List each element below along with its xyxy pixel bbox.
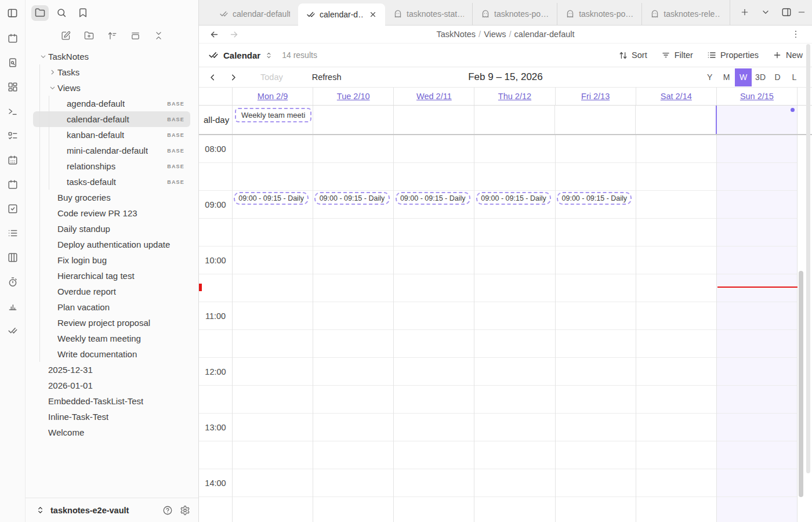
ribbon-double-check-icon[interactable] [5, 322, 21, 339]
close-icon[interactable] [369, 10, 377, 19]
back-button[interactable] [207, 27, 221, 41]
tree-file-2025-12-31[interactable]: 2025-12-31 [33, 362, 190, 378]
minimize-button[interactable] [794, 5, 809, 20]
calendar-view-l[interactable]: L [786, 68, 803, 86]
sort-button[interactable]: Sort [619, 50, 647, 60]
ribbon-layout-grid-icon[interactable] [5, 79, 21, 95]
calendar-scrollbar[interactable] [799, 271, 803, 497]
calendar-view-m[interactable]: M [718, 68, 735, 86]
breadcrumb-segment[interactable]: Views [484, 30, 506, 39]
tab-calendar-d-[interactable]: calendar-d… [298, 3, 385, 26]
all-day-event[interactable]: Weekly team meeti [235, 108, 311, 122]
sidebar-tab-bookmark-icon[interactable] [74, 5, 92, 21]
tree-folder-tasks[interactable]: Tasks [33, 64, 190, 80]
tree-file-embedded-tasklist-test[interactable]: Embedded-TaskList-Test [33, 393, 190, 409]
ribbon-timer-icon[interactable] [5, 274, 21, 290]
all-day-cell-today[interactable] [716, 106, 798, 134]
chevron-down-small-icon[interactable] [38, 52, 48, 61]
tree-file-weekly-team-meeting[interactable]: Weekly team meeting [33, 331, 190, 346]
tree-file-deploy-authentication-update[interactable]: Deploy authentication update [33, 237, 190, 252]
calendar-view-3d[interactable]: 3D [752, 68, 769, 86]
tree-file-mini-calendar-default[interactable]: mini-calendar-defaultBASE [33, 143, 190, 158]
tree-file-daily-standup[interactable]: Daily standup [33, 221, 190, 237]
gear-icon[interactable] [180, 505, 190, 516]
tree-file-write-documentation[interactable]: Write documentation [33, 346, 190, 362]
prev-week-button[interactable] [205, 70, 220, 85]
tab-tasknotes-rele-[interactable]: tasknotes-rele… [641, 3, 728, 25]
calendar-view-d[interactable]: D [769, 68, 786, 86]
breadcrumb-segment[interactable]: calendar-default [514, 30, 575, 39]
day-link-sun-2-15[interactable]: Sun 2/15 [740, 92, 774, 101]
sidebar-tab-search-icon[interactable] [53, 5, 70, 21]
tree-file-buy-groceries[interactable]: Buy groceries [33, 190, 190, 205]
plus-button[interactable] [737, 5, 752, 20]
tree-folder-views[interactable]: Views [33, 80, 190, 96]
ribbon-terminal-icon[interactable] [5, 103, 21, 119]
tree-file-agenda-default[interactable]: agenda-defaultBASE [33, 96, 190, 111]
ribbon-list-icon[interactable] [5, 225, 21, 241]
timed-event[interactable]: 09:00 - 09:15 - Daily [234, 192, 309, 205]
chevron-down-small-icon[interactable] [48, 83, 57, 93]
filter-button[interactable]: Filter [661, 50, 693, 60]
chevron-right-small-icon[interactable] [48, 67, 57, 77]
ribbon-columns-icon[interactable] [5, 249, 21, 266]
page-scrollbar[interactable] [806, 44, 810, 473]
new-folder-button[interactable] [81, 28, 96, 42]
tree-file-welcome[interactable]: Welcome [33, 425, 190, 440]
tab-tasknotes-po-[interactable]: tasknotes-po… [557, 3, 641, 25]
calendar-view-w[interactable]: W [735, 68, 752, 86]
tree-file-overdue-report[interactable]: Overdue report [33, 284, 190, 299]
new-note-button[interactable] [58, 28, 73, 42]
all-day-cell[interactable] [635, 106, 716, 134]
refresh-button[interactable]: Refresh [305, 72, 349, 82]
all-day-cell[interactable] [393, 106, 474, 134]
ribbon-file-search-icon[interactable] [5, 55, 21, 71]
ribbon-calendar-icon[interactable] [5, 176, 21, 193]
tree-file-code-review-pr-123[interactable]: Code review PR 123 [33, 205, 190, 221]
calendar-view-y[interactable]: Y [701, 68, 718, 86]
new-button[interactable]: New [773, 50, 803, 60]
more-options-button[interactable] [789, 27, 803, 41]
ribbon-bar-chart-icon[interactable] [5, 298, 21, 314]
tree-file-2026-01-01[interactable]: 2026-01-01 [33, 378, 190, 393]
tree-file-hierarchical-tag-test[interactable]: Hierarchical tag test [33, 268, 190, 284]
ribbon-calendar-icon[interactable] [5, 30, 21, 46]
properties-button[interactable]: Properties [707, 50, 759, 60]
panel-left-icon[interactable] [5, 5, 21, 21]
day-link-tue-2-10[interactable]: Tue 2/10 [337, 92, 370, 101]
ribbon-calendar-days-icon[interactable] [5, 152, 21, 168]
ribbon-list-todo-icon[interactable] [5, 128, 21, 144]
sort-order-button[interactable] [104, 28, 119, 42]
forward-button[interactable] [227, 27, 241, 41]
day-link-wed-2-11[interactable]: Wed 2/11 [416, 92, 452, 101]
all-day-cell[interactable] [554, 106, 635, 134]
all-day-cell[interactable] [313, 106, 393, 134]
tree-file-kanban-default[interactable]: kanban-defaultBASE [33, 127, 190, 143]
tree-file-fix-login-bug[interactable]: Fix login bug [33, 252, 190, 268]
tree-file-inline-task-test[interactable]: Inline-Task-Test [33, 409, 190, 425]
collapse-all-button[interactable] [151, 28, 166, 42]
next-week-button[interactable] [226, 70, 241, 85]
ribbon-check-square-icon[interactable] [5, 201, 21, 217]
day-link-sat-2-14[interactable]: Sat 2/14 [661, 92, 692, 101]
day-link-mon-2-9[interactable]: Mon 2/9 [258, 92, 288, 101]
vault-switcher[interactable]: tasknotes-e2e-vault [26, 498, 198, 522]
view-selector[interactable]: Calendar [208, 50, 273, 60]
tab-calendar-default[interactable]: calendar-default [211, 3, 298, 25]
sidebar-tab-folder-icon[interactable] [31, 5, 49, 21]
all-day-cell[interactable] [474, 106, 554, 134]
day-link-thu-2-12[interactable]: Thu 2/12 [498, 92, 531, 101]
tree-file-plan-vacation[interactable]: Plan vacation [33, 299, 190, 315]
tab-tasknotes-po-[interactable]: tasknotes-po… [472, 3, 557, 25]
chevron-down-button[interactable] [758, 5, 773, 20]
day-link-fri-2-13[interactable]: Fri 2/13 [581, 92, 610, 101]
help-circle-icon[interactable] [162, 505, 173, 516]
tree-folder-tasknotes[interactable]: TaskNotes [33, 49, 190, 64]
timed-event[interactable]: 09:00 - 09:15 - Daily [396, 192, 470, 205]
today-button[interactable]: Today [253, 72, 290, 82]
breadcrumb-segment[interactable]: TaskNotes [436, 30, 476, 39]
tree-file-calendar-default[interactable]: calendar-defaultBASE [33, 111, 190, 127]
tree-file-tasks-default[interactable]: tasks-defaultBASE [33, 174, 190, 190]
panel-right-button[interactable] [779, 5, 794, 20]
all-day-cell[interactable]: Weekly team meeti [232, 106, 313, 134]
